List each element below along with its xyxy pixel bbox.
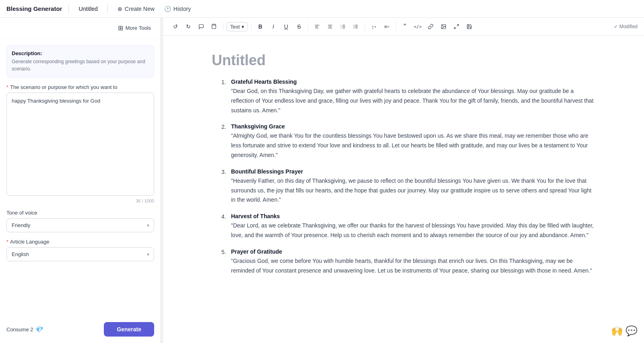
fullscreen-button[interactable] (451, 21, 462, 32)
editor-toolbar: ↺ ↻ Text ▾ B I U S (163, 18, 644, 36)
description-text: Generate corresponding greetings based o… (12, 58, 149, 72)
gem-icon: 💎 (35, 326, 43, 333)
undo-button[interactable]: ↺ (170, 21, 181, 32)
item-controls: + ⠿ 5. (212, 248, 228, 255)
toolbar-status: ✓ Modified (614, 24, 638, 29)
create-new-icon: ⊕ (118, 6, 122, 12)
description-label: Description: (12, 50, 149, 56)
svg-line-23 (454, 27, 456, 29)
svg-point-19 (353, 28, 354, 29)
tone-label: Tone of voice (6, 210, 154, 216)
hands-icon[interactable]: 🙌 (611, 325, 623, 337)
toolbar-sep-5 (396, 23, 396, 31)
description-box: Description: Generate corresponding gree… (6, 45, 154, 78)
erase-button[interactable] (208, 21, 220, 32)
italic-button[interactable]: I (268, 21, 279, 32)
language-label: *Article Language (6, 239, 154, 245)
item-content: Grateful Hearts Blessing "Dear God, on t… (231, 79, 596, 115)
list-item: + ⠿ 5. Prayer of Gratitude "Gracious God… (212, 248, 596, 276)
scenario-input[interactable]: happy Thanksgiving blessings for God (6, 93, 154, 196)
list-item: + ⠿ 4. Harvest of Thanks "Dear Lord, as … (212, 213, 596, 240)
text-format-select[interactable]: Text ▾ (227, 22, 248, 31)
svg-rect-1 (212, 25, 216, 29)
doc-title[interactable]: Untitled (212, 52, 596, 69)
svg-text:3: 3 (341, 27, 341, 29)
tab-create-new[interactable]: ⊕ Create New (114, 4, 158, 14)
language-select-wrapper: English Spanish French German Chinese ▾ (6, 247, 154, 261)
more-tools-button[interactable]: ⊞ More Tools (115, 23, 154, 33)
bold-button[interactable]: B (255, 21, 266, 32)
list-item: + ⠿ 1. Grateful Hearts Blessing "Dear Go… (212, 79, 596, 115)
blessing-title: Bountiful Blessings Prayer (231, 168, 596, 175)
blockquote-button[interactable]: " (399, 21, 411, 32)
save-document-button[interactable] (464, 21, 475, 32)
link-button[interactable] (425, 21, 436, 32)
blessing-title: Thanksgiving Grace (231, 123, 596, 130)
item-number: 2. (221, 124, 226, 130)
toolbar-sep-1 (223, 23, 223, 31)
editor-content: Untitled + ⠿ 1. Grateful Hearts Blessing… (163, 36, 644, 343)
toolbar-sep-4 (365, 23, 365, 31)
align-left-button[interactable] (312, 21, 323, 32)
grid-icon: ⊞ (118, 24, 123, 32)
item-controls: + ⠿ 3. (212, 168, 228, 175)
text-align-button[interactable]: ≡ ▾ (381, 21, 392, 32)
svg-point-18 (353, 26, 354, 27)
tab-history[interactable]: 🕐 History (161, 4, 194, 14)
underline-button[interactable]: U (281, 21, 292, 32)
item-controls: + ⠿ 2. (212, 123, 228, 130)
ordered-list-button[interactable]: 1 2 3 (337, 21, 349, 32)
list-item: + ⠿ 3. Bountiful Blessings Prayer "Heave… (212, 168, 596, 205)
left-panel-header: ⊞ More Tools (0, 18, 161, 39)
toolbar-sep-2 (251, 23, 252, 31)
svg-point-17 (353, 25, 354, 26)
app-brand: Blessing Generator (6, 5, 62, 12)
tone-select[interactable]: Friendly Formal Casual Professional Humo… (6, 218, 154, 232)
code-button[interactable]: </> (412, 21, 423, 32)
blessing-text: "Almighty God, we thank You for the coun… (231, 131, 596, 160)
unordered-list-button[interactable] (350, 21, 361, 32)
redo-button[interactable]: ↻ (183, 21, 194, 32)
nav-separator-2 (107, 5, 108, 13)
item-number: 4. (221, 213, 226, 220)
tone-select-wrapper: Friendly Formal Casual Professional Humo… (6, 218, 154, 232)
strikethrough-button[interactable]: S (293, 21, 305, 32)
blessing-text: "Heavenly Father, on this day of Thanksg… (231, 176, 596, 205)
blessing-text: "Dear Lord, as we celebrate Thanksgiving… (231, 221, 596, 240)
item-controls: + ⠿ 4. (212, 213, 228, 220)
svg-point-21 (442, 25, 443, 26)
main-layout: ⊞ More Tools Description: Generate corre… (0, 18, 644, 343)
align-center-button[interactable] (324, 21, 336, 32)
consume-info: Consume 2 💎 (6, 326, 43, 333)
blessing-title: Harvest of Thanks (231, 213, 596, 219)
blessing-text: "Dear God, on this Thanksgiving Day, we … (231, 87, 596, 115)
generate-button[interactable]: Generate (104, 322, 154, 337)
char-count: 36 / 1000 (6, 197, 154, 203)
left-panel-body: Description: Generate corresponding gree… (0, 39, 161, 268)
scenario-textarea-wrapper: happy Thanksgiving blessings for God 36 … (6, 93, 154, 203)
top-nav: Blessing Generator Untitled ⊕ Create New… (0, 0, 644, 18)
toolbar-sep-3 (308, 23, 308, 31)
tab-untitled[interactable]: Untitled (75, 4, 101, 14)
item-number: 1. (221, 79, 226, 85)
language-select[interactable]: English Spanish French German Chinese (6, 247, 154, 261)
language-field: *Article Language English Spanish French… (6, 239, 154, 261)
item-content: Thanksgiving Grace "Almighty God, we tha… (231, 123, 596, 160)
bottom-right-icons: 🙌 💬 (611, 325, 638, 337)
bottom-actions: Consume 2 💎 Generate (0, 316, 161, 343)
item-content: Bountiful Blessings Prayer "Heavenly Fat… (231, 168, 596, 205)
comment-button[interactable] (196, 21, 207, 32)
line-height-button[interactable]: ↕ ▾ (368, 21, 380, 32)
scenario-label: *The scenario or purpose for which you w… (6, 84, 154, 90)
tone-field: Tone of voice Friendly Formal Casual Pro… (6, 210, 154, 232)
history-icon: 🕐 (164, 6, 171, 12)
item-number: 3. (221, 169, 226, 175)
blessing-text: "Gracious God, we come before You with h… (231, 256, 596, 276)
item-content: Prayer of Gratitude "Gracious God, we co… (231, 248, 596, 276)
chat-icon[interactable]: 💬 (625, 325, 638, 337)
chevron-down-icon: ▾ (242, 24, 244, 30)
item-content: Harvest of Thanks "Dear Lord, as we cele… (231, 213, 596, 240)
nav-separator-1 (68, 5, 69, 13)
image-button[interactable] (438, 21, 449, 32)
list-item: + ⠿ 2. Thanksgiving Grace "Almighty God,… (212, 123, 596, 160)
